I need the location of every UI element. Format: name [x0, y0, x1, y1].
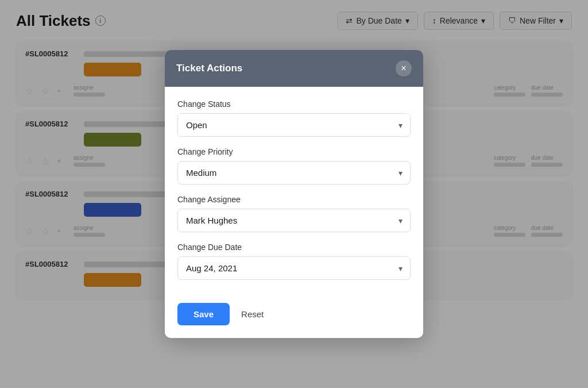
close-icon: × — [401, 63, 406, 74]
due-date-label: Change Due Date — [177, 243, 411, 252]
save-button[interactable]: Save — [177, 303, 230, 325]
modal-title: Ticket Actions — [176, 63, 242, 74]
due-date-select-wrapper: Aug 24, 2021 Sep 1, 2021 Oct 15, 2021 ▾ — [177, 256, 411, 280]
assignee-select-wrapper: Mark Hughes Jane Smith Bob Johnson ▾ — [177, 209, 411, 232]
due-date-select[interactable]: Aug 24, 2021 Sep 1, 2021 Oct 15, 2021 — [177, 256, 411, 280]
assignee-field-group: Change Assignee Mark Hughes Jane Smith B… — [177, 195, 411, 232]
assignee-label: Change Assignee — [177, 195, 411, 204]
modal-header: Ticket Actions × — [165, 50, 423, 87]
status-field-group: Change Status Open In Progress Resolved … — [177, 99, 411, 137]
reset-button[interactable]: Reset — [237, 303, 268, 325]
status-select-wrapper: Open In Progress Resolved Closed ▾ — [177, 113, 411, 137]
status-label: Change Status — [177, 99, 411, 109]
assignee-select[interactable]: Mark Hughes Jane Smith Bob Johnson — [177, 209, 411, 232]
modal-overlay: Ticket Actions × Change Status Open In P… — [0, 0, 588, 388]
modal-body: Change Status Open In Progress Resolved … — [165, 87, 423, 301]
priority-label: Change Priority — [177, 147, 411, 156]
status-select[interactable]: Open In Progress Resolved Closed — [177, 113, 411, 137]
due-date-field-group: Change Due Date Aug 24, 2021 Sep 1, 2021… — [177, 243, 411, 280]
priority-field-group: Change Priority Low Medium High Critical… — [177, 147, 411, 185]
priority-select[interactable]: Low Medium High Critical — [177, 161, 411, 185]
modal-footer: Save Reset — [165, 301, 423, 338]
priority-select-wrapper: Low Medium High Critical ▾ — [177, 161, 411, 185]
ticket-actions-modal: Ticket Actions × Change Status Open In P… — [165, 50, 423, 338]
modal-close-button[interactable]: × — [396, 60, 412, 76]
